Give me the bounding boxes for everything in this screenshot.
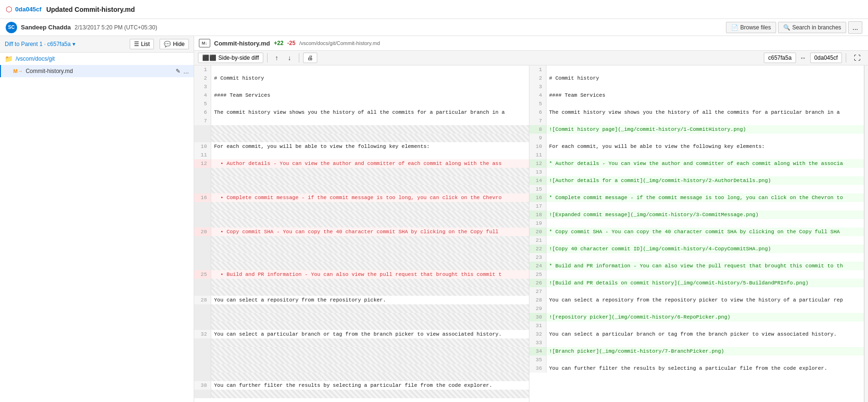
line-content (211, 287, 529, 296)
diff-line: 16 • Complete commit message - if the co… (194, 193, 529, 202)
line-content (546, 219, 864, 228)
line-content (546, 82, 864, 91)
diff-line (194, 313, 529, 321)
line-content: You can select a particular branch or ta… (546, 330, 864, 338)
file-options-button[interactable]: ... (183, 67, 189, 75)
diff-line: 31 (529, 321, 864, 330)
line-content (211, 373, 529, 381)
diff-line: 28You can select a repository from the r… (529, 296, 864, 304)
line-number (194, 338, 211, 347)
diff-line: 3 (529, 82, 864, 91)
sidebar: Diff to Parent 1 · c657fa5a ▾ ☰ List 💬 H… (0, 36, 194, 402)
diff-line (194, 219, 529, 228)
line-number: 16 (529, 193, 546, 202)
line-content: You can select a repository from the rep… (546, 296, 864, 304)
diff-line (194, 176, 529, 185)
line-number: 7 (194, 117, 211, 125)
line-number (194, 245, 211, 253)
expand-button[interactable]: ⛶ (850, 53, 864, 63)
line-number: 24 (529, 262, 546, 270)
diff-line: 26![Build and PR details on commit histo… (529, 279, 864, 287)
side-by-side-button[interactable]: ⬛⬛ Side-by-side diff (198, 53, 263, 63)
list-icon: ☰ (134, 41, 139, 47)
line-content (211, 338, 529, 347)
line-content (546, 65, 864, 74)
modified-icon: M→ (13, 68, 23, 74)
line-content (546, 304, 864, 313)
main-layout: Diff to Parent 1 · c657fa5a ▾ ☰ List 💬 H… (0, 36, 868, 402)
line-number (194, 279, 211, 287)
diff-line: 17 (529, 202, 864, 210)
diff-line: 12* Author details - You can view the au… (529, 159, 864, 168)
diff-line: 7 (194, 117, 529, 125)
print-button[interactable]: 🖨 (303, 53, 317, 63)
line-content: ![Build and PR details on commit history… (546, 279, 864, 287)
line-content: The commit history view shows you the hi… (546, 108, 864, 117)
line-content: * Complete commit message - if the commi… (546, 193, 864, 202)
diff-line: 27 (529, 287, 864, 296)
diff-line (194, 347, 529, 356)
file-item[interactable]: M→ Commit-history.md ✎ ... (0, 65, 194, 77)
folder-icon: 📁 (5, 55, 13, 63)
line-content (211, 134, 529, 142)
line-content: You can further filter the results by se… (211, 381, 529, 390)
navigate-up-button[interactable]: ↑ (271, 53, 282, 63)
diff-line: 2# Commit history (529, 74, 864, 82)
diff-line: 29 (529, 304, 864, 313)
diff-line: 8![Commit history page](_img/commit-hist… (529, 125, 864, 134)
diff-line: 36You can further filter the results by … (529, 364, 864, 373)
line-number: 28 (529, 296, 546, 304)
line-number: 3 (529, 82, 546, 91)
right-commit-hash-button[interactable]: 0da045cf (810, 53, 842, 63)
line-number: 16 (194, 193, 211, 202)
line-number: 6 (529, 108, 546, 117)
line-content (546, 151, 864, 159)
search-branches-button[interactable]: 🔍 Search in branches (778, 22, 846, 33)
line-number: 11 (529, 151, 546, 159)
line-number (194, 176, 211, 185)
line-number: 10 (194, 142, 211, 151)
diff-deletions: -25 (287, 40, 295, 46)
line-content (211, 347, 529, 356)
line-content: #### Team Services (546, 91, 864, 100)
diff-line: 5 (529, 100, 864, 108)
line-number: 10 (529, 142, 546, 151)
avatar: SC (6, 22, 17, 33)
more-options-button[interactable]: ... (848, 21, 862, 34)
browse-files-button[interactable]: 📄 Browse files (726, 22, 776, 33)
diff-line: 21 (529, 236, 864, 245)
comment-icon: 💬 (164, 41, 171, 47)
folder-item[interactable]: 📁 /vscom/docs/git (0, 53, 194, 65)
right-diff-panel: 12# Commit history34#### Team Services56… (529, 65, 865, 402)
left-commit-hash-button[interactable]: c657fa5a (764, 53, 796, 63)
commit-hash[interactable]: 0da045cf (15, 6, 42, 13)
list-view-button[interactable]: ☰ List (130, 39, 154, 49)
navigate-down-button[interactable]: ↓ (284, 53, 295, 63)
hide-comments-button[interactable]: 💬 Hide (160, 39, 189, 49)
swap-icon: ↔ (798, 53, 808, 63)
line-content (211, 219, 529, 228)
file-name: Commit-history.md (26, 68, 173, 74)
line-content (546, 134, 864, 142)
line-number: 27 (529, 287, 546, 296)
diff-line (194, 134, 529, 142)
diff-file-header: M↓ Commit-history.md +22 -25 /vscom/docs… (194, 36, 868, 51)
line-number: 35 (529, 356, 546, 364)
diff-line (194, 364, 529, 373)
diff-to-dropdown[interactable]: Diff to Parent 1 · c657fa5a ▾ (5, 41, 75, 47)
diff-line (194, 262, 529, 270)
line-number (194, 168, 211, 176)
line-content: • Author details - You can view the auth… (211, 159, 529, 168)
line-number: 20 (194, 228, 211, 236)
diff-line (194, 253, 529, 262)
line-number (194, 356, 211, 364)
folder-path: /vscom/docs/git (16, 55, 55, 62)
diff-line (194, 245, 529, 253)
right-scrollbar[interactable] (864, 65, 868, 402)
line-number (194, 390, 211, 398)
line-content (546, 338, 864, 347)
line-number (194, 321, 211, 330)
line-content (211, 210, 529, 219)
line-content (211, 236, 529, 245)
line-content (211, 304, 529, 313)
